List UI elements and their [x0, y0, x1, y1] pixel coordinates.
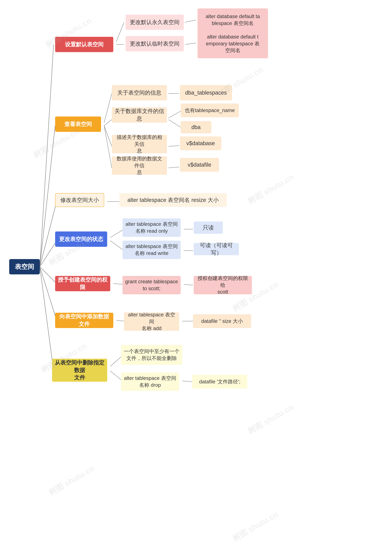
watermark-8: 树图 shutu.cn [246, 402, 295, 437]
alter-perm-cmd-node: alter database default ta blespace 表空间名 [197, 8, 268, 31]
add-datafile-node: 向表空间中添加数据文件 [55, 313, 113, 328]
watermark-9: 树图 shutu.cn [47, 463, 97, 498]
ts-info-label: 关于表空间的信息 [117, 89, 161, 97]
svg-line-31 [182, 381, 193, 382]
svg-line-3 [40, 241, 57, 267]
svg-line-14 [104, 126, 112, 168]
v-datafile-label: v$datafile [188, 161, 211, 169]
cant-delete-all-node: 一个表空间中至少有一个 文件，所以不能全删除 [121, 345, 182, 365]
modify-size-cmd-node: alter tablespace 表空间名 resize 大小 [119, 193, 227, 207]
db-file-info-node: 关于数据库文件的信息 [112, 107, 167, 123]
read-write-label-node: 可读（可读可写） [194, 243, 239, 255]
svg-line-17 [168, 120, 181, 127]
change-temp-label: 更改默认临时表空间 [130, 40, 179, 48]
root-label: 表空间 [15, 262, 34, 271]
grant-cmd-node: grant create tablespace to scott; [123, 276, 181, 294]
alter-temp-cmd-node: alter database default t emporary tables… [197, 29, 268, 58]
svg-line-6 [40, 267, 54, 371]
grant-create-label: 授予创建表空间的权限 [58, 276, 108, 291]
grant-cmd-label: grant create tablespace to scott; [125, 278, 178, 292]
read-only-label-node: 只读 [194, 222, 223, 234]
svg-line-12 [104, 120, 112, 126]
watermark-10: 树图 shutu.cn [231, 509, 280, 544]
modify-size-label: 修改表空间大小 [60, 196, 99, 204]
dba-tbs-node: dba_tablespaces [180, 85, 232, 101]
cant-delete-all-label: 一个表空间中至少有一个 文件，所以不能全删除 [124, 348, 179, 362]
grant-label-node: 授权创建表空间的权限给 scott [194, 276, 252, 294]
set-default-label: 设置默认表空间 [65, 41, 104, 48]
change-state-node: 更改表空间的状态 [55, 231, 107, 247]
v-database-node: v$database [180, 137, 221, 150]
delete-datafile-node: 从表空间中删除指定数据 文件 [52, 359, 107, 382]
datafile-size-label: datafile '' size 大小 [201, 318, 243, 325]
view-ts-label: 查看表空间 [64, 121, 92, 128]
dba-label: dba [191, 123, 201, 131]
svg-line-4 [40, 267, 57, 284]
read-write-cmd-label: alter tablespace 表空间 名称 read write [126, 243, 178, 257]
add-cmd-node: alter tablespace 表空间 名称 add [124, 312, 179, 331]
svg-line-16 [168, 111, 181, 118]
change-temp-node: 更改默认临时表空间 [126, 36, 184, 51]
svg-line-26 [184, 284, 193, 285]
svg-line-10 [185, 43, 196, 44]
alter-temp-cmd-label: alter database default t emporary tables… [206, 33, 259, 54]
drop-cmd-label: alter tablespace 表空间 名称 drop [124, 375, 176, 389]
v-database-label: v$database [186, 140, 215, 147]
datafile-size-node: datafile '' size 大小 [193, 314, 251, 328]
ts-info-node: 关于表空间的信息 [112, 85, 167, 101]
svg-line-7 [116, 22, 124, 41]
svg-line-9 [185, 20, 196, 22]
read-write-label-text: 可读（可读可写） [196, 242, 236, 256]
v-datafile-node: v$datafile [180, 158, 219, 172]
add-cmd-label: alter tablespace 表空间 名称 add [126, 311, 177, 332]
svg-line-5 [40, 267, 57, 320]
db-related-node: 描述关于数据库的相关信 息 [112, 135, 167, 153]
modify-size-node: 修改表空间大小 [55, 193, 104, 207]
db-datafile-label: 数据库使用的数据文件信 息 [114, 155, 164, 176]
also-tsname-label: 也有tablespace_name [185, 107, 235, 114]
db-related-label: 描述关于数据库的相关信 息 [114, 134, 164, 154]
grant-label-text: 授权创建表空间的权限给 scott [196, 275, 249, 295]
alter-perm-cmd-label: alter database default ta blespace 表空间名 [206, 13, 260, 27]
also-tsname-node: 也有tablespace_name [181, 103, 239, 117]
svg-line-1 [40, 126, 55, 267]
svg-line-29 [110, 356, 123, 366]
read-only-cmd-node: alter tablespace 表空间 名称 read only [123, 218, 181, 237]
delete-datafile-label: 从表空间中删除指定数据 文件 [55, 359, 105, 381]
dba-node: dba [181, 121, 211, 133]
grant-create-node: 授予创建表空间的权限 [55, 276, 110, 291]
svg-line-30 [110, 371, 123, 381]
watermark-4: 树图 shutu.cn [246, 172, 295, 207]
change-perm-label: 更改默认永久表空间 [130, 19, 179, 26]
dba-tbs-label: dba_tablespaces [185, 89, 227, 97]
datafile-path-label: datafile '文件路径'; [199, 378, 240, 385]
svg-line-2 [40, 201, 57, 267]
svg-line-19 [168, 167, 179, 168]
read-only-cmd-label: alter tablespace 表空间 名称 read only [126, 221, 178, 234]
read-only-label-text: 只读 [203, 224, 214, 231]
db-file-info-label: 关于数据库文件的信息 [114, 108, 164, 122]
set-default-node: 设置默认表空间 [55, 37, 113, 52]
svg-line-18 [168, 146, 179, 146]
svg-line-13 [104, 126, 112, 146]
change-perm-node: 更改默认永久表空间 [126, 14, 184, 30]
add-datafile-label: 向表空间中添加数据文件 [58, 313, 111, 328]
diagram-container: 树图 shutu.cn 树图 shutu.cn 树图 shutu.cn 树图 s… [0, 0, 392, 554]
modify-size-cmd-label: alter tablespace 表空间名 resize 大小 [127, 196, 219, 204]
svg-line-22 [110, 241, 124, 251]
svg-line-11 [104, 94, 112, 123]
drop-cmd-node: alter tablespace 表空间 名称 drop [121, 373, 179, 391]
svg-line-0 [40, 44, 54, 267]
view-ts-node: 查看表空间 [55, 116, 101, 132]
change-state-label: 更改表空间的状态 [59, 236, 103, 243]
read-write-cmd-node: alter tablespace 表空间 名称 read write [123, 241, 181, 259]
datafile-path-node: datafile '文件路径'; [192, 375, 247, 389]
svg-line-21 [110, 229, 124, 237]
root-node: 表空间 [9, 259, 40, 274]
db-datafile-node: 数据库使用的数据文件信 息 [112, 156, 167, 175]
